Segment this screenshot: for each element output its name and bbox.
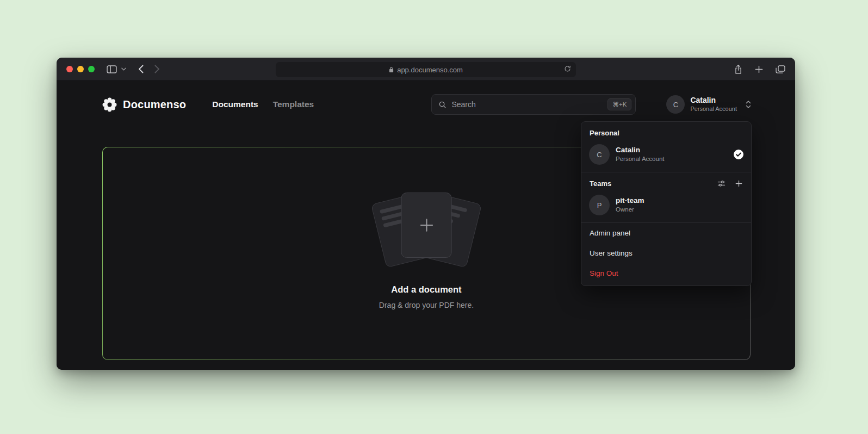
account-switcher[interactable]: C Catalin Personal Account [666, 95, 752, 114]
window-controls [57, 66, 95, 72]
desktop-background: { "browser": { "address": "app.documenso… [0, 0, 868, 434]
reload-icon[interactable] [564, 65, 571, 74]
back-icon[interactable] [138, 65, 144, 73]
address-text: app.documenso.com [397, 66, 463, 74]
new-tab-icon[interactable] [755, 65, 763, 73]
avatar: P [589, 195, 610, 215]
menu-item-admin-panel[interactable]: Admin panel [581, 223, 751, 243]
toolbar-actions [734, 58, 785, 81]
team-item[interactable]: P pit-team Owner [581, 193, 751, 222]
documenso-page: Documenso Documents Templates ⌘+K C Cata… [57, 81, 795, 370]
account-name: Catalin [690, 96, 737, 105]
dropzone-subtitle: Drag & drop your PDF here. [379, 301, 474, 309]
nav-templates[interactable]: Templates [273, 100, 314, 109]
search-icon [438, 101, 447, 109]
address-bar[interactable]: app.documenso.com [276, 62, 576, 77]
tab-overview-icon[interactable] [776, 65, 785, 73]
app-header: Documenso Documents Templates ⌘+K C Cata… [102, 92, 752, 117]
team-role: Owner [616, 206, 644, 214]
check-icon [734, 150, 743, 159]
teams-section-header: Teams [581, 172, 751, 193]
chevrons-up-down-icon [745, 100, 752, 109]
teams-actions [717, 179, 743, 188]
teams-section-label: Teams [590, 179, 611, 188]
sidebar-toggle-icon[interactable] [107, 65, 117, 73]
chevron-down-icon[interactable] [121, 67, 126, 71]
manage-teams-icon[interactable] [717, 179, 726, 188]
document-card-center [401, 193, 452, 258]
menu-account-subtitle: Personal Account [616, 155, 665, 164]
personal-account-item[interactable]: C Catalin Personal Account [581, 142, 751, 172]
menu-item-sign-out[interactable]: Sign Out [581, 263, 751, 286]
search-input[interactable] [451, 100, 603, 109]
menu-account-name: Catalin [616, 146, 665, 155]
account-subtitle: Personal Account [690, 105, 737, 113]
nav-documents[interactable]: Documents [212, 100, 258, 109]
brand-name: Documenso [123, 98, 186, 111]
menu-item-user-settings[interactable]: User settings [581, 243, 751, 263]
plus-icon [418, 216, 435, 234]
avatar: C [589, 144, 610, 165]
browser-window: app.documenso.com [57, 58, 795, 370]
documents-illustration [364, 190, 489, 271]
search-box[interactable]: ⌘+K [431, 94, 636, 115]
share-icon[interactable] [734, 64, 742, 75]
personal-section-label: Personal [581, 122, 751, 142]
zoom-window-button[interactable] [88, 66, 95, 72]
minimize-window-button[interactable] [77, 66, 84, 72]
team-name: pit-team [616, 196, 644, 206]
search-shortcut-badge: ⌘+K [607, 98, 631, 110]
avatar: C [666, 95, 685, 114]
close-window-button[interactable] [66, 66, 73, 72]
documenso-logo[interactable]: Documenso [102, 97, 186, 112]
add-team-icon[interactable] [735, 179, 743, 188]
forward-icon [154, 65, 160, 73]
dropzone-title: Add a document [391, 284, 461, 295]
main-nav: Documents Templates [212, 100, 314, 109]
lock-icon [389, 66, 394, 73]
browser-toolbar: app.documenso.com [57, 58, 795, 81]
account-menu: Personal C Catalin Personal Account Team… [581, 121, 752, 286]
documenso-logo-icon [102, 97, 117, 112]
